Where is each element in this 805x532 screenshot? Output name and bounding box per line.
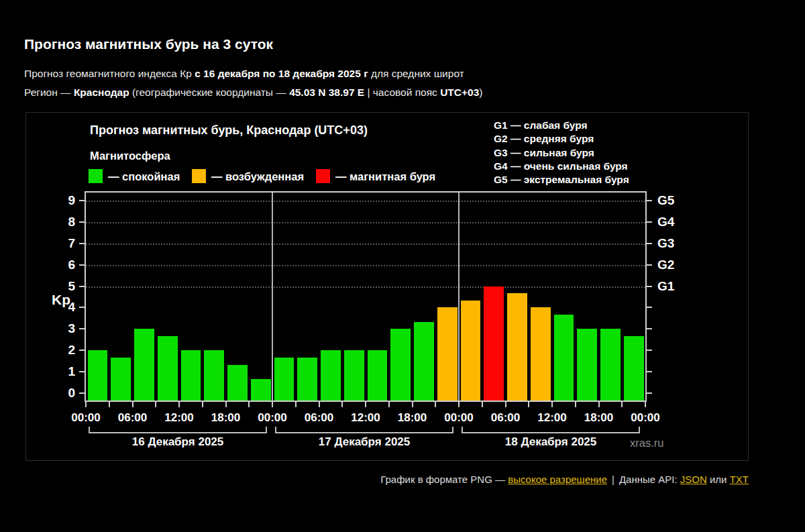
kp-bar: [461, 301, 481, 401]
x-axis-time-label: 06:00: [292, 411, 346, 425]
x-tick: [365, 402, 366, 407]
y-tick-left: [79, 264, 85, 266]
legend-swatch-excited: [192, 169, 206, 183]
kp-bar: [531, 307, 551, 401]
x-axis-time-label: 18:00: [386, 411, 439, 425]
kp-bar: [624, 336, 644, 401]
y-axis-tick-label: 8: [48, 215, 75, 229]
day-separator: [272, 193, 273, 401]
x-tick: [598, 402, 600, 407]
x-tick: [85, 402, 87, 407]
g-scale-line-g4: G4 — очень сильная буря: [494, 160, 629, 173]
gridline-kp5: [86, 286, 645, 288]
kp-bar: [158, 336, 178, 401]
y-axis-tick-label: 4: [48, 300, 75, 315]
y-axis-tick-label: 5: [48, 279, 75, 294]
y-axis-tick-label: 7: [48, 236, 75, 251]
y-tick-left: [79, 243, 85, 244]
day-bracket-3: [462, 427, 640, 433]
day-bracket-2: [275, 427, 453, 433]
x-tick: [295, 402, 297, 407]
kp-bar: [321, 350, 341, 401]
kp-bar: [368, 350, 388, 401]
gridline-kp7: [86, 244, 645, 245]
footer-text-png: График в формате PNG —: [380, 474, 508, 485]
y-tick-left: [79, 350, 85, 351]
subtitle-period-pre: Прогноз геомагнитного индекса Кр: [24, 68, 195, 79]
legend-label-storm: — магнитная буря: [335, 170, 435, 183]
x-tick: [528, 402, 529, 407]
x-axis-time-label: 18:00: [572, 411, 626, 425]
x-tick: [551, 402, 553, 407]
x-axis-time-label: 00:00: [619, 411, 672, 425]
y-tick-right: [647, 264, 652, 266]
plot-area: 0123456789G1G2G3G4G500:0006:0012:0018:00…: [85, 191, 647, 402]
y-tick-right: [647, 307, 652, 308]
kp-bar: [554, 315, 574, 401]
x-tick: [482, 402, 483, 407]
gridline-kp8: [86, 222, 645, 223]
subtitle-region-mid: (географические координаты —: [129, 87, 290, 98]
y-tick-right: [647, 200, 652, 201]
y-tick-right: [647, 350, 652, 351]
day-label-2: 17 Декабря 2025: [271, 435, 458, 449]
x-axis-time-label: 12:00: [339, 411, 392, 425]
region-name: Краснодар: [74, 87, 129, 98]
y-axis-tick-label: 6: [48, 258, 75, 272]
day-bracket-1: [89, 427, 267, 433]
y-axis-tick-label: 2: [48, 343, 75, 358]
kp-bar: [227, 365, 248, 401]
x-tick: [341, 402, 343, 407]
txt-link[interactable]: TXT: [730, 474, 749, 485]
kp-bar: [507, 293, 527, 401]
g-axis-label-g5: G5: [657, 193, 674, 208]
y-tick-left: [79, 221, 85, 223]
kp-bar: [297, 358, 317, 401]
x-tick: [248, 402, 250, 407]
json-link[interactable]: JSON: [680, 474, 707, 485]
subtitle-period-post: для средних широт: [368, 68, 464, 79]
region-coordinates: 45.03 N 38.97 E: [289, 87, 364, 98]
region-timezone: UTC+03: [440, 87, 479, 98]
g-axis-label-g2: G2: [657, 258, 674, 272]
x-axis-time-label: 06:00: [106, 411, 160, 425]
footer-separator: |: [612, 474, 614, 485]
y-tick-right: [647, 392, 652, 394]
y-axis-tick-label: 1: [48, 364, 75, 379]
g-scale-line-g3: G3 — сильная буря: [494, 146, 629, 160]
kp-bar: [344, 350, 364, 401]
legend-label-excited: — возбужденная: [211, 170, 304, 183]
x-tick: [621, 402, 623, 407]
x-axis-time-label: 12:00: [152, 411, 206, 425]
x-axis-time-label: 18:00: [199, 411, 253, 425]
y-tick-left: [79, 286, 85, 287]
x-axis-time-label: 00:00: [246, 411, 299, 425]
subtitle-region-pre: Регион —: [24, 87, 74, 98]
x-axis-time-label: 00:00: [59, 411, 113, 425]
kp-bar: [181, 350, 201, 401]
g-axis-label-g3: G3: [657, 236, 674, 251]
x-tick: [575, 402, 576, 407]
gridline-kp6: [86, 265, 645, 266]
y-tick-left: [79, 200, 85, 201]
x-axis-time-label: 00:00: [432, 411, 486, 425]
day-label-1: 16 Декабря 2025: [85, 435, 271, 449]
y-axis-tick-label: 0: [48, 386, 75, 401]
g-scale-line-g2: G2 — средняя буря: [494, 132, 629, 146]
chart-title: Прогноз магнитных бурь, Краснодар (UTC+0…: [90, 123, 368, 138]
x-tick: [109, 402, 110, 407]
gridline-kp9: [86, 201, 645, 202]
g-axis-label-g1: G1: [657, 279, 674, 294]
y-tick-right: [647, 286, 652, 287]
legend-swatch-storm: [316, 169, 330, 183]
high-resolution-link[interactable]: высокое разрешение: [508, 474, 607, 485]
y-tick-right: [647, 328, 652, 329]
x-tick: [132, 402, 133, 407]
y-tick-left: [79, 328, 85, 329]
kp-bar: [484, 286, 504, 401]
x-tick: [178, 402, 180, 407]
legend-title: Магнитосфера: [90, 150, 170, 162]
g-axis-label-g4: G4: [657, 215, 674, 229]
page: { "page": { "title": "Прогноз магнитных …: [0, 0, 805, 532]
subtitle-region-post: ): [479, 87, 482, 98]
